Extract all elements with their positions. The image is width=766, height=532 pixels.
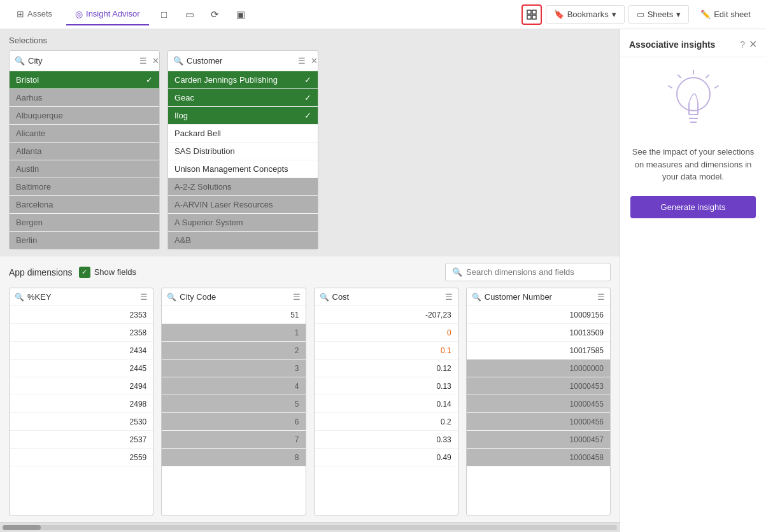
help-icon[interactable]: ?: [740, 39, 745, 50]
table-row[interactable]: 0.14: [315, 395, 458, 413]
city-item-bristol[interactable]: Bristol ✓: [10, 71, 159, 89]
table-row[interactable]: 0.33: [315, 431, 458, 449]
customer-item-aarvin[interactable]: A-ARVIN Laser Resources: [168, 196, 318, 214]
scrollbar-thumb[interactable]: [3, 525, 41, 530]
city-item-aarhus[interactable]: Aarhus: [10, 89, 159, 107]
table-row[interactable]: 10009156: [467, 306, 610, 324]
customer-item-packard[interactable]: Packard Bell: [168, 125, 318, 143]
city-item-baltimore[interactable]: Baltimore: [10, 178, 159, 196]
customer-item-a2z[interactable]: A-2-Z Solutions: [168, 178, 318, 196]
table-row[interactable]: 3: [162, 360, 305, 377]
row-value: 51: [290, 311, 299, 319]
city-item-label: Berlin: [16, 235, 37, 245]
icon-btn-2[interactable]: ▭: [180, 4, 200, 25]
city-item-berlin[interactable]: Berlin: [10, 232, 159, 249]
icon-btn-1[interactable]: □: [154, 4, 174, 25]
horizontal-scrollbar[interactable]: [0, 522, 620, 532]
table-row[interactable]: 2537: [10, 431, 153, 449]
grid-view-button[interactable]: [521, 4, 542, 25]
table-row[interactable]: 2445: [10, 360, 153, 377]
generate-insights-button[interactable]: Generate insights: [630, 196, 756, 218]
customer-number-pane-header: 🔍 Customer Number ☰: [467, 288, 610, 306]
table-row[interactable]: 5: [162, 395, 305, 413]
row-value: 0.12: [436, 364, 451, 373]
cost-menu-icon[interactable]: ☰: [445, 292, 453, 302]
table-row[interactable]: 7: [162, 431, 305, 449]
table-row[interactable]: 10000453: [467, 377, 610, 395]
table-row[interactable]: 2494: [10, 377, 153, 395]
customer-item-label: SAS Distribution: [174, 146, 235, 156]
customer-menu-icon[interactable]: ☰: [297, 55, 307, 67]
insight-advisor-label: Insight Advisor: [86, 9, 140, 18]
close-icon[interactable]: ✕: [749, 38, 757, 50]
tab-insight-advisor[interactable]: ◎ Insight Advisor: [66, 4, 149, 25]
icon-btn-4[interactable]: ▣: [231, 4, 251, 25]
city-item-barcelona[interactable]: Barcelona: [10, 196, 159, 214]
customer-search-input[interactable]: [187, 56, 294, 66]
table-row[interactable]: -207,23: [315, 306, 458, 324]
table-row[interactable]: 10000458: [467, 449, 610, 466]
customer-item-unison[interactable]: Unison Management Concepts: [168, 160, 318, 178]
table-row[interactable]: 0.49: [315, 449, 458, 466]
tab-assets[interactable]: ⊞ Assets: [8, 4, 61, 25]
table-row[interactable]: 2358: [10, 324, 153, 342]
edit-sheet-button[interactable]: ✏️ Edit sheet: [693, 6, 758, 23]
table-row[interactable]: 10000455: [467, 395, 610, 413]
table-row[interactable]: 2434: [10, 342, 153, 360]
svg-rect-0: [527, 10, 531, 14]
city-item-bergen[interactable]: Bergen: [10, 214, 159, 232]
city-code-rows: 51 1 2 3 4 5 6 7 8: [162, 306, 305, 515]
dim-panes-row: 🔍 %KEY ☰ 2353 2358 2434 2445 2494 2498 2…: [0, 288, 620, 522]
customer-item-ilog[interactable]: Ilog ✓: [168, 107, 318, 125]
table-row[interactable]: 0.13: [315, 377, 458, 395]
city-item-albuquerque[interactable]: Albuquerque: [10, 107, 159, 125]
table-row[interactable]: 6: [162, 413, 305, 431]
show-fields-checkbox[interactable]: ✓ Show fields: [79, 267, 136, 278]
city-search-input[interactable]: [28, 56, 135, 66]
customer-search-icon: 🔍: [173, 56, 183, 66]
customer-item-ab[interactable]: A&B: [168, 232, 318, 249]
search-dimensions-input[interactable]: [466, 267, 604, 277]
lightbulb-icon: [668, 70, 719, 136]
table-row[interactable]: 0.1: [315, 342, 458, 360]
icon-btn-3[interactable]: ⟳: [205, 4, 225, 25]
key-pane-header: 🔍 %KEY ☰: [10, 288, 153, 306]
customer-item-carden[interactable]: Carden Jennings Publishing ✓: [168, 71, 318, 89]
row-value: 10017585: [570, 346, 604, 355]
table-row[interactable]: 2559: [10, 449, 153, 466]
city-menu-icon[interactable]: ☰: [138, 55, 148, 67]
city-clear-icon[interactable]: ✕: [151, 55, 160, 67]
city-item-atlanta[interactable]: Atlanta: [10, 143, 159, 160]
city-item-alicante[interactable]: Alicante: [10, 125, 159, 143]
customer-num-menu-icon[interactable]: ☰: [597, 292, 605, 302]
city-code-menu-icon[interactable]: ☰: [293, 292, 301, 302]
table-row[interactable]: 2353: [10, 306, 153, 324]
table-row[interactable]: 0.12: [315, 360, 458, 377]
table-row[interactable]: 51: [162, 306, 305, 324]
city-code-pane-title: City Code: [180, 292, 289, 302]
table-row[interactable]: 10000456: [467, 413, 610, 431]
key-menu-icon[interactable]: ☰: [140, 292, 148, 302]
table-row[interactable]: 0: [315, 324, 458, 342]
svg-line-11: [706, 75, 709, 78]
customer-item-sas[interactable]: SAS Distribution: [168, 143, 318, 160]
customer-filter-pane: 🔍 ☰ ✕ Carden Jennings Publishing ✓ Geac: [167, 50, 318, 250]
city-item-austin[interactable]: Austin: [10, 160, 159, 178]
table-row[interactable]: 0.2: [315, 413, 458, 431]
table-row[interactable]: 2530: [10, 413, 153, 431]
customer-item-asuperior[interactable]: A Superior System: [168, 214, 318, 232]
table-row[interactable]: 10000457: [467, 431, 610, 449]
customer-item-geac[interactable]: Geac ✓: [168, 89, 318, 107]
table-row[interactable]: 8: [162, 449, 305, 466]
table-row[interactable]: 10017585: [467, 342, 610, 360]
bookmarks-button[interactable]: 🔖 Bookmarks ▾: [546, 5, 625, 24]
city-item-label: Baltimore: [16, 182, 51, 192]
table-row[interactable]: 10000000: [467, 360, 610, 377]
table-row[interactable]: 2: [162, 342, 305, 360]
table-row[interactable]: 1: [162, 324, 305, 342]
sheets-button[interactable]: ▭ Sheets ▾: [628, 5, 689, 24]
customer-clear-icon[interactable]: ✕: [309, 55, 319, 67]
table-row[interactable]: 2498: [10, 395, 153, 413]
table-row[interactable]: 10013509: [467, 324, 610, 342]
table-row[interactable]: 4: [162, 377, 305, 395]
